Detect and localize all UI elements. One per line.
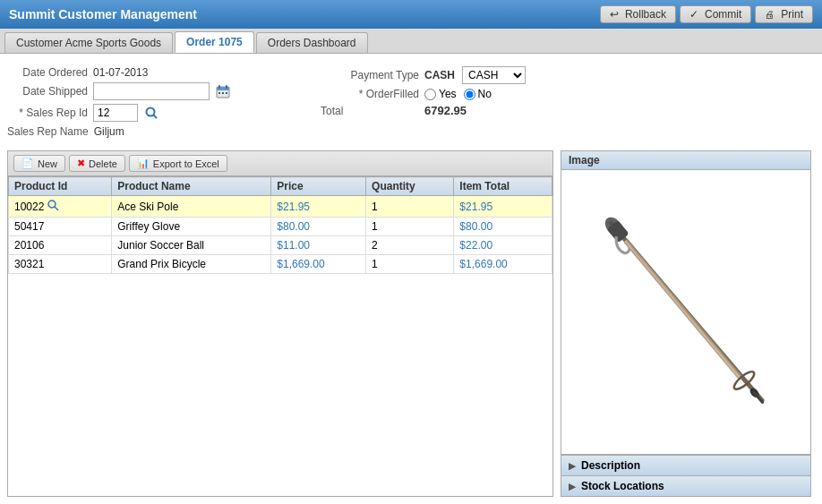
table-container: 📄 New ✖ Delete 📊 Export to Excel Product… — [7, 150, 553, 497]
date-ordered-label: Date Ordered — [7, 66, 88, 79]
order-filled-no-radio[interactable] — [464, 89, 475, 100]
cell-product-id: 50417 — [9, 218, 112, 236]
sales-rep-name-label: Sales Rep Name — [7, 125, 89, 138]
cell-quantity: 1 — [366, 196, 454, 218]
sales-rep-name-value: Giljum — [94, 125, 124, 138]
svg-point-7 — [147, 108, 155, 116]
commit-icon — [689, 8, 701, 21]
cell-price: $80.00 — [271, 218, 366, 236]
table-row[interactable]: 50417Griffey Glove$80.001$80.00 — [9, 218, 552, 236]
print-button[interactable]: Print — [755, 5, 813, 23]
order-filled-row: * OrderFilled Yes No — [321, 88, 526, 100]
tabs-bar: Customer Acme Sports Goods Order 1075 Or… — [0, 29, 822, 54]
cell-quantity: 1 — [366, 255, 454, 274]
delete-icon: ✖ — [77, 158, 85, 169]
total-value: 6792.95 — [424, 104, 467, 117]
svg-rect-14 — [623, 238, 742, 379]
stock-locations-chevron: ▶ — [569, 482, 576, 491]
payment-type-label: Payment Type — [321, 69, 419, 81]
new-button[interactable]: 📄 New — [13, 155, 65, 172]
title-bar-buttons: Rollback Commit Print — [600, 5, 813, 23]
total-row: Total 6792.95 — [321, 104, 526, 117]
sales-rep-search-icon[interactable] — [143, 105, 159, 121]
cell-product-name: Griffey Glove — [112, 218, 271, 236]
col-product-id: Product Id — [9, 177, 112, 196]
date-picker-icon[interactable] — [215, 83, 231, 99]
cell-item-total: $80.00 — [454, 218, 552, 236]
sales-rep-id-label: * Sales Rep Id — [7, 107, 88, 119]
svg-line-8 — [154, 115, 158, 119]
payment-type-row: Payment Type CASH CASH CREDIT CHECK — [321, 66, 526, 84]
cell-item-total: $1,669.00 — [454, 255, 552, 274]
cell-item-total: $21.95 — [454, 196, 552, 218]
payment-type-select[interactable]: CASH CREDIT CHECK — [462, 66, 526, 84]
date-ordered-row: Date Ordered 01-07-2013 — [7, 66, 231, 79]
delete-button[interactable]: ✖ Delete — [69, 155, 125, 172]
payment-type-value: CASH — [424, 69, 455, 81]
date-shipped-row: Date Shipped — [7, 82, 231, 100]
sales-rep-id-row: * Sales Rep Id — [7, 104, 231, 122]
date-ordered-value: 01-07-2013 — [93, 66, 148, 79]
order-filled-yes-label[interactable]: Yes — [424, 88, 457, 100]
col-product-name: Product Name — [112, 177, 271, 196]
col-price: Price — [271, 177, 366, 196]
new-icon: 📄 — [21, 158, 34, 169]
rollback-button[interactable]: Rollback — [600, 5, 676, 23]
print-icon — [765, 8, 777, 21]
date-shipped-label: Date Shipped — [7, 85, 88, 98]
form-right-col: Payment Type CASH CASH CREDIT CHECK * Or… — [267, 66, 526, 141]
commit-button[interactable]: Commit — [680, 5, 751, 23]
main-content: Date Ordered 01-07-2013 Date Shipped — [0, 54, 822, 504]
table-row[interactable]: 30321Grand Prix Bicycle$1,669.001$1,669.… — [9, 255, 552, 274]
svg-rect-5 — [222, 92, 224, 94]
image-area — [561, 170, 810, 454]
rollback-icon — [610, 8, 621, 21]
svg-point-9 — [48, 201, 56, 208]
svg-rect-4 — [218, 92, 220, 94]
svg-rect-1 — [217, 87, 229, 90]
tab-dashboard[interactable]: Orders Dashboard — [256, 32, 368, 53]
sales-rep-id-input[interactable] — [93, 104, 138, 122]
svg-rect-6 — [226, 92, 227, 94]
order-filled-group: Yes No — [424, 88, 492, 100]
cell-product-id: 20106 — [9, 236, 112, 255]
description-row[interactable]: ▶ Description — [561, 455, 810, 475]
table-row[interactable]: 20106Junior Soccer Ball$11.002$22.00 — [9, 236, 552, 255]
table-row[interactable]: 10022Ace Ski Pole$21.951$21.95 — [9, 196, 552, 218]
title-bar: Summit Customer Management Rollback Comm… — [0, 0, 822, 29]
description-chevron: ▶ — [569, 461, 576, 471]
date-shipped-input[interactable] — [93, 82, 210, 100]
excel-icon: 📊 — [137, 158, 150, 169]
export-button[interactable]: 📊 Export to Excel — [129, 155, 227, 172]
image-panel-header: Image — [561, 151, 810, 170]
stock-locations-row[interactable]: ▶ Stock Locations — [561, 475, 810, 496]
svg-line-10 — [55, 207, 58, 210]
col-quantity: Quantity — [366, 177, 454, 196]
order-filled-yes-radio[interactable] — [424, 89, 436, 100]
cell-quantity: 1 — [366, 218, 454, 236]
col-item-total: Item Total — [454, 177, 552, 196]
product-search-icon[interactable] — [47, 199, 59, 214]
cell-price: $21.95 — [271, 196, 366, 218]
cell-product-id: 30321 — [9, 255, 112, 274]
cell-product-id: 10022 — [9, 196, 112, 218]
ski-pole-image — [564, 182, 808, 443]
form-left-col: Date Ordered 01-07-2013 Date Shipped — [7, 66, 231, 141]
cell-item-total: $22.00 — [454, 236, 552, 255]
product-id-value: 10022 — [14, 201, 44, 213]
cell-product-name: Ace Ski Pole — [112, 196, 271, 218]
table-section: 📄 New ✖ Delete 📊 Export to Excel Product… — [7, 150, 815, 497]
cell-price: $1,669.00 — [271, 255, 366, 274]
image-panel: Image — [561, 150, 811, 497]
order-filled-label: * OrderFilled — [321, 88, 419, 100]
image-panel-footer: ▶ Description ▶ Stock Locations — [561, 454, 810, 496]
form-section: Date Ordered 01-07-2013 Date Shipped — [7, 61, 815, 150]
cell-product-name: Grand Prix Bicycle — [112, 255, 271, 274]
table-toolbar: 📄 New ✖ Delete 📊 Export to Excel — [8, 151, 552, 176]
total-label: Total — [321, 105, 419, 117]
order-filled-no-label[interactable]: No — [464, 88, 492, 100]
cell-product-name: Junior Soccer Ball — [112, 236, 271, 255]
cell-price: $11.00 — [271, 236, 366, 255]
tab-order[interactable]: Order 1075 — [175, 31, 254, 53]
tab-customer[interactable]: Customer Acme Sports Goods — [4, 32, 173, 53]
